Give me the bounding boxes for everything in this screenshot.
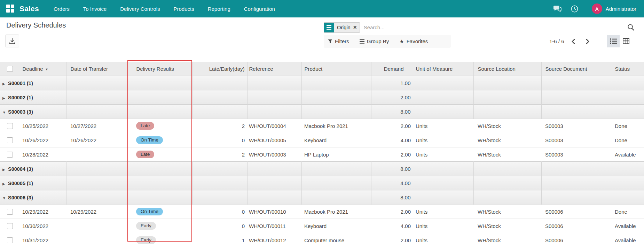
cell-demand: 2.00	[371, 205, 413, 219]
cell-source-location: WH/Stock	[473, 133, 541, 147]
group-row[interactable]: ▶S00001 (1)1.00	[0, 76, 644, 90]
record-row[interactable]: 10/25/202210/27/2022Late2WH/OUT/00004Mac…	[0, 119, 644, 133]
row-checkbox[interactable]	[7, 209, 13, 215]
menu-configuration[interactable]: Configuration	[244, 6, 275, 12]
user-avatar[interactable]: A	[592, 3, 602, 14]
group-empty-cell	[192, 162, 247, 176]
group-demand-total: 8.00	[371, 190, 413, 205]
pivot-view-button[interactable]	[620, 35, 633, 47]
header-product[interactable]: Product	[301, 62, 371, 76]
row-checkbox[interactable]	[7, 152, 13, 158]
row-checkbox[interactable]	[7, 123, 13, 129]
group-by-facet-icon	[324, 23, 334, 32]
search-input[interactable]	[363, 24, 639, 31]
header-date-of-transfer[interactable]: Date of Transfer	[66, 62, 127, 76]
menu-to-invoice[interactable]: To Invoice	[83, 6, 107, 12]
header-deadline[interactable]: Deadline▼	[17, 62, 66, 76]
delivery-table: Deadline▼ Date of Transfer Delivery Resu…	[0, 62, 644, 244]
cell-select	[0, 219, 17, 233]
group-empty-cell	[611, 176, 644, 190]
header-status[interactable]: Status	[611, 62, 644, 76]
pager-value[interactable]: 1-6 / 6	[549, 38, 564, 44]
menu-products[interactable]: Products	[173, 6, 194, 12]
cell-deadline: 10/31/2022	[17, 233, 66, 244]
group-empty-cell	[611, 162, 644, 176]
group-row[interactable]: ▶S00004 (3)8.00	[0, 162, 644, 176]
favorites-button[interactable]: ★ Favorites	[399, 38, 428, 44]
cell-deadline: 10/26/2022	[17, 133, 66, 147]
header-select-all[interactable]	[0, 62, 17, 76]
group-empty-cell	[301, 105, 371, 119]
group-empty-cell	[247, 90, 301, 105]
row-checkbox[interactable]	[7, 137, 13, 143]
header-delivery-results[interactable]: Delivery Results	[127, 62, 192, 76]
cell-date-of-transfer: 10/26/2022	[66, 133, 127, 147]
group-empty-cell	[127, 190, 192, 205]
group-label-cell: ▶S00002 (1)	[0, 90, 66, 105]
header-source-location[interactable]: Source Location	[473, 62, 541, 76]
cell-status: Available	[611, 219, 644, 233]
pager-previous-icon[interactable]	[569, 37, 578, 46]
cell-reference: WH/OUT/00012	[247, 233, 301, 244]
group-empty-cell	[473, 90, 541, 105]
group-empty-cell	[611, 190, 644, 205]
record-row[interactable]: 10/30/2022Early0WH/OUT/00011Keyboard4.00…	[0, 219, 644, 233]
menu-reporting[interactable]: Reporting	[208, 6, 230, 12]
header-reference[interactable]: Reference	[247, 62, 301, 76]
select-all-checkbox[interactable]	[7, 66, 13, 72]
group-row[interactable]: ▼S00006 (3)8.00	[0, 190, 644, 205]
header-unit-of-measure[interactable]: Unit of Measure	[413, 62, 473, 76]
row-checkbox[interactable]	[7, 223, 13, 229]
apps-grid-icon[interactable]	[6, 5, 15, 13]
group-empty-cell	[66, 162, 127, 176]
activities-clock-icon[interactable]	[570, 4, 579, 13]
cell-date-of-transfer: 10/27/2022	[66, 119, 127, 133]
delivery-result-badge: Early	[136, 222, 156, 230]
header-demand[interactable]: Demand	[371, 62, 413, 76]
group-empty-cell	[413, 76, 473, 90]
messages-icon[interactable]	[553, 4, 562, 13]
group-label: S00005 (1)	[8, 181, 33, 186]
cell-reference: WH/OUT/00011	[247, 219, 301, 233]
row-checkbox[interactable]	[7, 237, 13, 243]
pager: 1-6 / 6	[549, 35, 592, 48]
pager-next-icon[interactable]	[583, 37, 592, 46]
search-icon[interactable]	[627, 23, 635, 33]
sort-desc-icon: ▼	[45, 68, 48, 71]
delivery-result-badge: Early	[136, 236, 156, 244]
caret-right-icon: ▶	[0, 96, 8, 100]
group-row[interactable]: ▶S00002 (1)2.00	[0, 90, 644, 105]
group-label: S00001 (1)	[8, 81, 33, 86]
record-row[interactable]: 10/29/202210/29/2022On Time0WH/OUT/00010…	[0, 205, 644, 219]
group-empty-cell	[413, 90, 473, 105]
filters-button[interactable]: Filters	[328, 38, 349, 44]
app-root: Sales OrdersTo InvoiceDelivery ControlsP…	[0, 0, 644, 244]
group-empty-cell	[127, 105, 192, 119]
header-source-document[interactable]: Source Document	[541, 62, 611, 76]
cell-uom: Units	[413, 233, 473, 244]
group-empty-cell	[301, 176, 371, 190]
group-empty-cell	[127, 176, 192, 190]
group-by-button[interactable]: Group By	[360, 38, 389, 44]
header-late-early[interactable]: Late/Early(day)	[192, 62, 247, 76]
table-body: ▶S00001 (1)1.00▶S00002 (1)2.00▼S00003 (3…	[0, 76, 644, 244]
record-row[interactable]: 10/31/2022Early1WH/OUT/00012Computer mou…	[0, 233, 644, 244]
app-brand[interactable]: Sales	[19, 5, 39, 13]
list-view-button[interactable]	[607, 35, 620, 47]
export-button[interactable]	[5, 35, 19, 47]
group-demand-total: 8.00	[371, 105, 413, 119]
group-row[interactable]: ▼S00003 (3)8.00	[0, 105, 644, 119]
cell-delivery-result: Late	[127, 147, 192, 162]
menu-orders[interactable]: Orders	[54, 6, 70, 12]
cell-demand: 2.00	[371, 119, 413, 133]
record-row[interactable]: 10/28/2022Late2WH/OUT/00003HP Laptop2.00…	[0, 147, 644, 162]
facet-remove-icon[interactable]: ×	[353, 23, 360, 32]
view-switcher	[607, 35, 633, 47]
user-name[interactable]: Administrator	[606, 6, 636, 12]
caret-down-icon: ▼	[0, 196, 8, 200]
group-empty-cell	[247, 190, 301, 205]
record-row[interactable]: 10/26/202210/26/2022On Time0WH/OUT/00005…	[0, 133, 644, 147]
group-row[interactable]: ▶S00005 (1)4.00	[0, 176, 644, 190]
menu-delivery-controls[interactable]: Delivery Controls	[120, 6, 160, 12]
group-label-cell: ▶S00001 (1)	[0, 76, 66, 90]
